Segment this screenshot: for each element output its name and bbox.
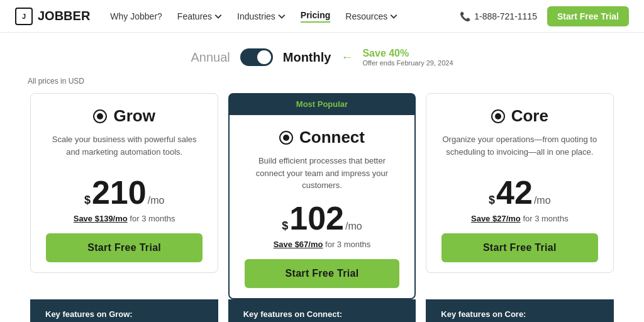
connect-features-col: Key features on Connect: ✓ Automated rem… [228, 299, 416, 323]
arrow-left-icon: ← [341, 51, 352, 64]
navigation: J JOBBER Why Jobber? Features Industries… [0, 0, 644, 33]
core-price-amount: 42 [496, 176, 533, 209]
connect-price-period: /mo [345, 221, 362, 232]
connect-plan-wrapper: Most Popular Connect Build efficient pro… [228, 93, 415, 299]
core-plan-desc: Organize your operations—from quoting to… [441, 133, 598, 166]
pricing-cards: Grow Scale your business with powerful s… [25, 93, 619, 299]
grow-card-body: Grow Scale your business with powerful s… [31, 94, 218, 272]
nav-start-trial-button[interactable]: Start Free Trial [547, 6, 629, 26]
core-card-body: Core Organize your operations—from quoti… [426, 94, 613, 272]
phone-number: 📞 1-888-721-1115 [460, 11, 537, 21]
core-start-trial-button[interactable]: Start Free Trial [441, 233, 598, 262]
grow-price-row: $ 210 /mo [46, 176, 203, 209]
save-badge: Save 40% Offer ends February 29, 2024 [362, 48, 453, 67]
connect-radio-icon [279, 131, 293, 145]
grow-plan-card: Grow Scale your business with powerful s… [30, 93, 218, 273]
nav-pricing[interactable]: Pricing [301, 10, 330, 23]
monthly-label: Monthly [283, 50, 331, 65]
grow-plan-desc: Scale your business with powerful sales … [46, 133, 203, 166]
core-plan-name: Core [511, 106, 548, 126]
core-plan-header: Core [441, 106, 598, 126]
core-features-col: Key features on Core: ✓ Schedule and man… [426, 299, 614, 323]
core-features-title: Key features on Core: [441, 309, 599, 319]
annual-label: Annual [191, 50, 230, 65]
grow-save-underline: Save $139/mo [74, 214, 128, 223]
billing-toggle[interactable] [240, 48, 273, 66]
connect-radio-inner [283, 135, 289, 141]
connect-save-underline: Save $67/mo [274, 240, 323, 249]
nav-right: 📞 1-888-721-1115 Start Free Trial [460, 6, 629, 26]
connect-plan-desc: Build efficient processes that better co… [245, 155, 399, 192]
features-footer: Key features on Grow: ✓ Quote add-ons an… [25, 299, 619, 323]
core-radio-icon [491, 109, 505, 123]
chevron-icon [390, 13, 397, 20]
connect-price-row: $ 102 /mo [245, 202, 399, 235]
grow-features-title: Key features on Grow: [45, 309, 203, 319]
connect-card-body: Connect Build efficient processes that b… [230, 115, 414, 298]
grow-start-trial-button[interactable]: Start Free Trial [46, 233, 203, 262]
core-plan-card: Core Organize your operations—from quoti… [426, 93, 614, 273]
grow-radio-inner [97, 113, 103, 119]
nav-links: Why Jobber? Features Industries Pricing … [110, 10, 460, 23]
save-percentage: Save 40% [362, 48, 453, 59]
grow-radio-icon [93, 109, 107, 123]
nav-industries[interactable]: Industries [237, 11, 286, 21]
grow-save-line: Save $139/mo for 3 months [46, 214, 203, 223]
core-save-line: Save $27/mo for 3 months [441, 214, 598, 223]
connect-plan-header: Connect [245, 128, 399, 147]
core-price-period: /mo [534, 195, 551, 206]
connect-plan-name: Connect [299, 128, 365, 147]
grow-features-col: Key features on Grow: ✓ Quote add-ons an… [30, 299, 218, 323]
most-popular-badge: Most Popular [228, 93, 415, 114]
connect-price-amount: 102 [289, 202, 344, 235]
prices-currency-label: All prices in USD [25, 77, 619, 86]
billing-toggle-section: Annual Monthly ← Save 40% Offer ends Feb… [0, 33, 644, 77]
nav-resources[interactable]: Resources [345, 11, 397, 21]
offer-end-date: Offer ends February 29, 2024 [362, 59, 453, 67]
connect-dollar-sign: $ [282, 219, 288, 233]
grow-plan-name: Grow [113, 106, 155, 126]
nav-why-jobber[interactable]: Why Jobber? [110, 11, 162, 21]
core-radio-inner [495, 113, 501, 119]
toggle-knob [257, 50, 271, 64]
logo[interactable]: J JOBBER [15, 8, 90, 25]
nav-features[interactable]: Features [177, 11, 222, 21]
grow-plan-header: Grow [46, 106, 203, 126]
chevron-icon [278, 13, 286, 20]
core-price-row: $ 42 /mo [441, 176, 598, 209]
grow-price-period: /mo [148, 195, 165, 206]
pricing-section: All prices in USD Grow Scale your busine… [0, 77, 644, 322]
connect-start-trial-button[interactable]: Start Free Trial [245, 259, 399, 288]
core-dollar-sign: $ [489, 194, 495, 207]
core-save-underline: Save $27/mo [471, 214, 521, 223]
connect-save-line: Save $67/mo for 3 months [245, 240, 399, 249]
grow-price-amount: 210 [92, 176, 147, 209]
chevron-icon [214, 13, 222, 20]
logo-text: JOBBER [38, 9, 90, 23]
grow-dollar-sign: $ [84, 194, 91, 207]
connect-features-title: Key features on Connect: [243, 309, 401, 319]
connect-plan-card: Connect Build efficient processes that b… [228, 114, 415, 299]
logo-icon: J [15, 8, 33, 25]
